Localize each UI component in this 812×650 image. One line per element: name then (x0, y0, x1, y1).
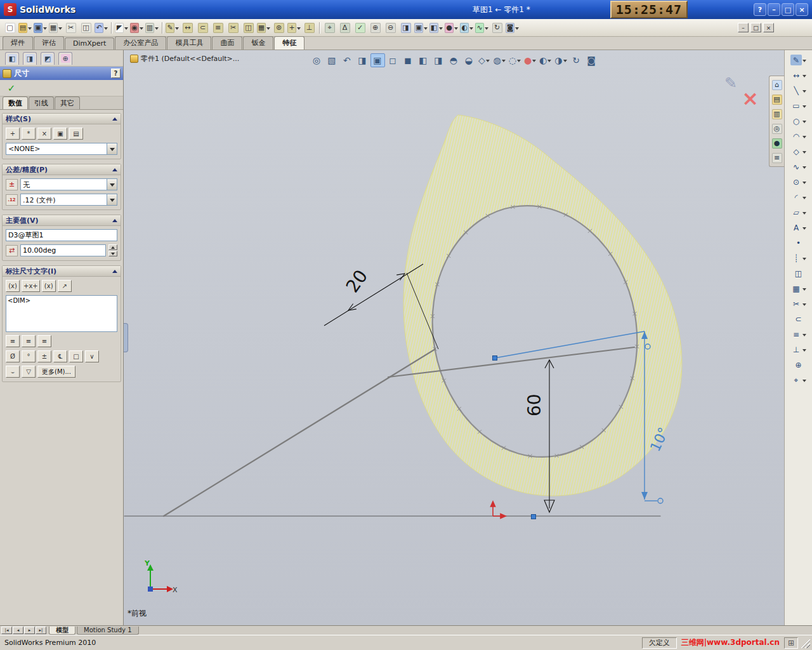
isometric-view-icon[interactable]: ◇ (476, 53, 491, 67)
circle-icon[interactable]: ○ (786, 114, 811, 128)
tolerance-section-header[interactable]: 公差/精度(P) (3, 164, 121, 175)
section-view-icon[interactable]: ◨ (355, 53, 369, 67)
prev-tab-button[interactable]: ◂ (13, 627, 23, 634)
dimension-text-area[interactable]: <DIM> (6, 295, 117, 332)
repair-sketch-icon[interactable]: ⊕ (786, 357, 811, 372)
spin-down-button[interactable] (108, 251, 117, 256)
rotate-view-icon[interactable]: ↻ (490, 21, 504, 35)
rectangle-icon[interactable]: ▭ (786, 98, 811, 113)
display-style-icon[interactable]: ◧ (429, 21, 443, 35)
cut-icon[interactable]: ✂ (63, 21, 78, 35)
front-view-icon[interactable]: ◻ (385, 53, 400, 67)
mirror-icon[interactable]: ◫ (786, 266, 811, 281)
more-button[interactable]: 更多(M)... (37, 366, 75, 378)
right-view-icon[interactable]: ◨ (431, 53, 445, 67)
precision-dropdown[interactable]: .12 (文件) (20, 194, 117, 206)
more-symbols-button[interactable]: ∨ (85, 350, 99, 362)
bottom-view-icon[interactable]: ◒ (461, 53, 476, 67)
load-style-button[interactable]: ▤ (69, 128, 83, 140)
delete-style-button[interactable]: × (37, 128, 51, 140)
zoom-out-icon[interactable]: ⊖ (383, 21, 398, 35)
sketch-point-handles[interactable] (493, 356, 536, 519)
custom-properties-icon[interactable]: ≡ (771, 151, 783, 164)
dimension-name-field[interactable] (6, 229, 117, 241)
pm-help-button[interactable]: ? (111, 69, 121, 78)
center-text-button[interactable]: +x+ (22, 280, 40, 292)
pm-tab-other[interactable]: 其它 (55, 96, 80, 109)
degree-symbol-button[interactable]: ° (22, 350, 36, 362)
tab-motion-study-1[interactable]: Motion Study 1 (77, 627, 139, 635)
tab-dimxpert[interactable]: DimXpert (65, 37, 114, 50)
appearances-icon[interactable]: ● (771, 136, 783, 150)
zoom-previous-icon[interactable]: ↶ (339, 53, 354, 67)
document-minimize-button[interactable]: – (738, 23, 749, 32)
rotate-view-icon[interactable]: ↻ (569, 53, 584, 67)
panel-splitter-handle[interactable] (124, 323, 128, 352)
pm-tab-leaders[interactable]: 引线 (29, 96, 54, 109)
zoom-area-icon[interactable]: ▧ (324, 53, 339, 67)
linear-pattern-icon[interactable]: ▦ (256, 21, 271, 35)
polygon-icon[interactable]: ◇ (786, 144, 811, 159)
confirm-cancel-sketch-icon[interactable] (742, 88, 759, 109)
graphics-area[interactable]: 20 60 10° (124, 50, 784, 625)
undo-icon[interactable]: ↶ (94, 21, 108, 35)
file-explorer-icon[interactable]: ▥ (771, 107, 783, 121)
hide-show-items-icon[interactable]: ◌ (508, 53, 522, 67)
close-button[interactable]: × (796, 3, 808, 16)
first-tab-button[interactable]: |◂ (1, 627, 12, 634)
diameter-symbol-button[interactable]: Ø (6, 350, 20, 362)
ellipse-icon[interactable]: ⊙ (786, 175, 811, 189)
scene-icon[interactable]: ◐ (459, 21, 474, 35)
save-icon[interactable]: ▣ (33, 21, 48, 35)
dimension-60-text[interactable]: 60 (524, 394, 545, 416)
feature-manager-tab-icon[interactable]: ◧ (5, 52, 19, 65)
sketch-icon[interactable]: ✎ (165, 21, 180, 35)
mirror-entities-icon[interactable]: ◫ (241, 21, 256, 35)
measure-icon[interactable]: ⌖ (322, 21, 337, 35)
left-view-icon[interactable]: ◧ (416, 53, 430, 67)
dimxpert-manager-tab-icon[interactable]: ⊕ (58, 52, 72, 65)
align-right-button[interactable]: ≡ (37, 335, 51, 347)
square-symbol-button[interactable]: □ (69, 350, 83, 362)
arc-length-button[interactable]: ⌣ (6, 366, 20, 378)
dimension-handle-circle[interactable] (658, 498, 663, 503)
spline-tools-icon[interactable]: ∿ (475, 21, 489, 35)
design-library-icon[interactable]: ▤ (771, 93, 783, 106)
apply-default-style-button[interactable]: + (6, 128, 20, 140)
quick-snaps-icon[interactable]: ⌖ (786, 373, 811, 387)
sketch-icon[interactable]: ✎ (786, 53, 811, 67)
pm-tab-value[interactable]: 数值 (3, 96, 28, 109)
tab-surfaces[interactable]: 曲面 (212, 36, 242, 50)
add-style-button[interactable]: * (22, 128, 36, 140)
circular-pattern-icon[interactable]: ⊛ (272, 21, 286, 35)
edit-appearance-icon[interactable]: ● (523, 53, 537, 67)
feature-tree-flyout[interactable]: 零件1 (Default<<Default>... (130, 54, 239, 63)
tolerance-type-dropdown[interactable]: 无 (20, 178, 117, 190)
parenthesis-button[interactable]: (x) (6, 280, 20, 292)
style-section-header[interactable]: 样式(S) (3, 114, 121, 124)
print-icon[interactable]: ▦ (48, 21, 63, 35)
next-tab-button[interactable]: ▸ (24, 627, 35, 634)
section-view-icon[interactable]: ◨ (398, 21, 413, 35)
move-entities-icon[interactable]: + (287, 21, 301, 35)
point-icon[interactable]: • (786, 235, 811, 250)
last-tab-button[interactable]: ▸| (36, 627, 46, 634)
smart-dimension-icon[interactable]: ↔ (180, 21, 195, 35)
solidworks-resources-icon[interactable]: ⌂ (771, 78, 783, 91)
configuration-manager-tab-icon[interactable]: ◩ (41, 52, 55, 65)
dimension-text-section-header[interactable]: 标注尺寸文字(I) (3, 266, 121, 277)
check-icon[interactable]: ✓ (353, 21, 367, 35)
status-options-segment[interactable] (784, 637, 798, 649)
confirm-exit-sketch-icon[interactable] (724, 74, 737, 92)
align-center-button[interactable]: ≡ (22, 335, 36, 347)
relations-icon[interactable]: ⊥ (786, 342, 811, 357)
display-relations-icon[interactable]: ⊥ (302, 21, 317, 35)
centerline-icon[interactable]: ┊ (786, 251, 811, 265)
view-orientation-icon[interactable]: ▣ (414, 21, 428, 35)
primary-value-section-header[interactable]: 主要值(V) (3, 215, 121, 226)
tab-sheet-metal[interactable]: 钣金 (243, 36, 273, 50)
open-icon[interactable]: ▤ (18, 21, 32, 35)
document-restore-button[interactable]: □ (750, 23, 761, 32)
offset-text-button[interactable]: (x) (42, 280, 56, 292)
sketch-canvas[interactable]: 20 60 10° (124, 50, 784, 625)
